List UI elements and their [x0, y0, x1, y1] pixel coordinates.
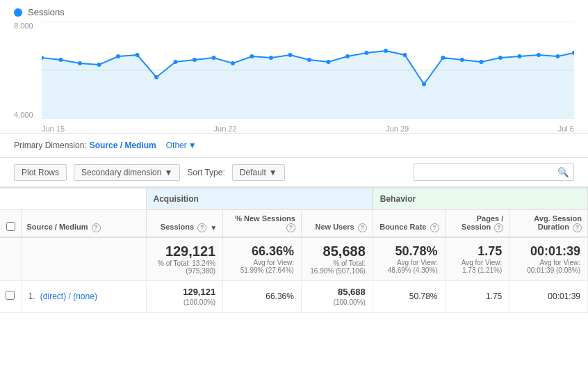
- legend-dot: [14, 8, 22, 17]
- row-source-medium-cell: 1. (direct) / (none): [21, 280, 146, 312]
- y-axis: 8,000 4,000: [14, 22, 33, 133]
- svg-point-23: [441, 56, 446, 60]
- sort-chevron-icon: ▼: [269, 168, 277, 177]
- chart-area: 8,000 4,000: [14, 22, 574, 133]
- bounce-rate-col-header: Bounce Rate ?: [373, 210, 445, 237]
- svg-point-24: [460, 58, 464, 62]
- x-label-0: Jun 15: [42, 125, 65, 133]
- y-label-low: 4,000: [14, 111, 33, 119]
- chart-container: Sessions 8,000 4,000: [0, 0, 588, 134]
- sessions-help-icon[interactable]: ?: [197, 223, 206, 232]
- svg-point-20: [384, 49, 388, 53]
- svg-point-8: [154, 75, 158, 79]
- x-label-3: Jul 6: [558, 125, 574, 133]
- svg-point-25: [479, 60, 483, 64]
- pct-new-sessions-col-header: % New Sessions ?: [223, 210, 302, 237]
- secondary-dim-chevron-icon: ▼: [164, 168, 172, 177]
- svg-point-21: [403, 53, 407, 57]
- svg-point-19: [365, 51, 369, 55]
- secondary-dim-label: Secondary dimension: [81, 168, 161, 177]
- svg-point-6: [116, 54, 120, 58]
- row-checkbox-cell[interactable]: [0, 280, 21, 312]
- total-label-cell: [21, 237, 146, 281]
- pct-new-sessions-help-icon[interactable]: ?: [286, 223, 295, 232]
- source-medium-link[interactable]: (direct) / (none): [40, 291, 97, 301]
- svg-point-14: [269, 56, 273, 60]
- source-medium-help-icon[interactable]: ?: [92, 223, 101, 232]
- primary-dim-value: Source / Medium: [90, 141, 156, 150]
- search-icon: 🔍: [557, 167, 569, 177]
- column-header-row: Source / Medium ? Sessions ? ▼ % New Ses…: [0, 210, 588, 237]
- y-label-high: 8,000: [14, 22, 33, 30]
- svg-point-4: [78, 61, 82, 65]
- pages-session-help-icon[interactable]: ?: [494, 223, 503, 232]
- sort-default-button[interactable]: Default ▼: [232, 164, 285, 181]
- total-row: 129,121 % of Total: 13.24% (975,380) 66.…: [0, 237, 588, 281]
- total-checkbox-cell: [0, 237, 21, 281]
- svg-point-3: [59, 58, 63, 62]
- total-bounce-rate-cell: 50.78% Avg for View: 48.69% (4.30%): [373, 237, 445, 281]
- svg-point-29: [555, 54, 560, 58]
- other-chevron-icon: ▼: [188, 141, 197, 150]
- sort-default-label: Default: [240, 168, 266, 177]
- avg-duration-help-icon[interactable]: ?: [573, 223, 582, 232]
- svg-point-27: [517, 54, 521, 58]
- svg-point-18: [345, 54, 350, 58]
- svg-point-12: [231, 61, 235, 65]
- sessions-sort-icon[interactable]: ▼: [210, 224, 217, 232]
- data-table: Acquisition Behavior Source / Medium ? S…: [0, 189, 588, 313]
- svg-point-17: [327, 60, 331, 64]
- select-all-checkbox[interactable]: [6, 222, 15, 231]
- avg-session-duration-col-header: Avg. Session Duration ?: [509, 210, 588, 237]
- bounce-rate-help-icon[interactable]: ?: [430, 223, 439, 232]
- empty-group-header: [0, 189, 146, 210]
- search-input[interactable]: [414, 165, 553, 180]
- row-bounce-rate-cell: 50.78%: [373, 280, 445, 312]
- chart-legend-label: Sessions: [28, 7, 65, 17]
- new-users-col-header: New Users ?: [301, 210, 373, 237]
- svg-point-16: [307, 58, 311, 62]
- plot-rows-button[interactable]: Plot Rows: [14, 164, 67, 181]
- line-chart-svg: [42, 22, 574, 119]
- svg-point-28: [537, 53, 541, 57]
- checkbox-col-header: [0, 210, 21, 237]
- chart-svg-area: [42, 22, 574, 119]
- row-new-users-cell: 85,688 (100.00%): [301, 280, 373, 312]
- table-row: 1. (direct) / (none) 129,121 (100.00%) 6…: [0, 280, 588, 312]
- row-pct-new-cell: 66.36%: [223, 280, 302, 312]
- svg-point-10: [193, 58, 197, 62]
- sort-type-label: Sort Type:: [187, 168, 224, 177]
- total-pct-new-cell: 66.36% Avg for View: 51.99% (27.64%): [223, 237, 302, 281]
- svg-point-11: [212, 56, 216, 60]
- x-axis: Jun 15 Jun 22 Jun 29 Jul 6: [42, 125, 574, 133]
- row-pages-session-cell: 1.75: [445, 280, 509, 312]
- primary-dimension-bar: Primary Dimension: Source / Medium Other…: [0, 134, 588, 158]
- svg-point-22: [422, 82, 426, 86]
- svg-point-9: [174, 60, 178, 64]
- behavior-group-header: Behavior: [373, 189, 587, 210]
- row-checkbox[interactable]: [6, 291, 15, 300]
- total-sessions-cell: 129,121 % of Total: 13.24% (975,380): [146, 237, 223, 281]
- new-users-help-icon[interactable]: ?: [358, 223, 367, 232]
- other-label: Other: [166, 141, 187, 150]
- search-box: 🔍: [414, 163, 574, 181]
- svg-point-15: [288, 53, 293, 57]
- other-dropdown[interactable]: Other ▼: [166, 141, 197, 150]
- search-button[interactable]: 🔍: [553, 164, 573, 180]
- row-avg-duration-cell: 00:01:39: [509, 280, 588, 312]
- secondary-dimension-button[interactable]: Secondary dimension ▼: [74, 164, 180, 181]
- group-header-row: Acquisition Behavior: [0, 189, 588, 210]
- total-avg-duration-cell: 00:01:39 Avg for View: 00:01:39 (0.08%): [509, 237, 588, 281]
- acquisition-group-header: Acquisition: [146, 189, 373, 210]
- total-new-users-cell: 85,688 % of Total: 16.90% (507,106): [301, 237, 373, 281]
- x-label-2: Jun 29: [386, 125, 409, 133]
- svg-point-13: [250, 54, 254, 58]
- data-table-container: Acquisition Behavior Source / Medium ? S…: [0, 187, 588, 313]
- plot-rows-label: Plot Rows: [22, 168, 59, 177]
- svg-point-7: [136, 53, 140, 57]
- chart-legend: Sessions: [14, 7, 574, 17]
- svg-point-5: [97, 63, 101, 67]
- source-medium-col-header: Source / Medium ?: [21, 210, 146, 237]
- toolbar: Plot Rows Secondary dimension ▼ Sort Typ…: [0, 158, 588, 187]
- row-sessions-cell: 129,121 (100.00%): [146, 280, 223, 312]
